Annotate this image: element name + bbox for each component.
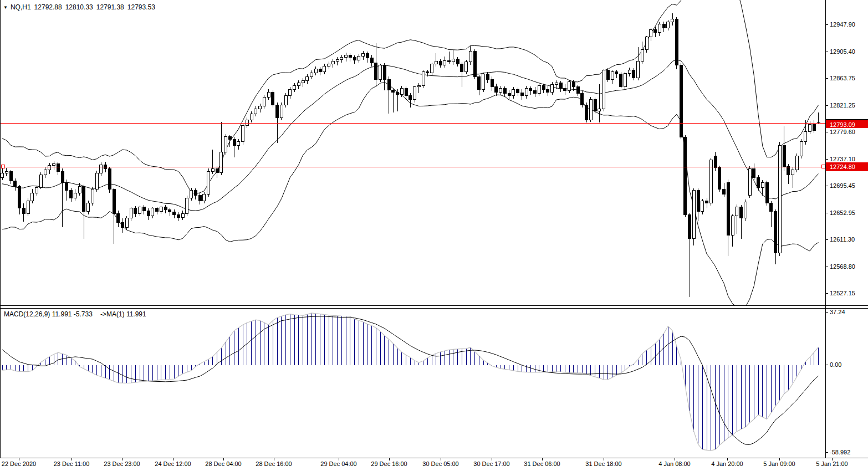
candle — [383, 65, 386, 79]
candle — [267, 92, 270, 97]
candle — [709, 160, 712, 203]
candle — [349, 55, 351, 58]
candle — [748, 168, 751, 195]
candle — [405, 88, 407, 96]
price-level-badge[interactable]: 12724.80 — [826, 162, 868, 171]
candle — [18, 187, 21, 208]
macd-panel-series — [2, 313, 819, 450]
candle — [478, 76, 481, 89]
candle — [778, 146, 781, 253]
candle — [529, 88, 532, 91]
candle — [224, 137, 227, 152]
time-tick-label: 31 Dec 18:00 — [585, 460, 621, 467]
candle — [603, 70, 605, 109]
candle — [615, 71, 618, 74]
candle — [456, 59, 459, 64]
candle — [744, 202, 747, 218]
candle — [130, 208, 132, 218]
candle — [650, 29, 652, 37]
candle — [800, 142, 803, 156]
candle — [706, 201, 708, 203]
candle — [396, 92, 399, 95]
candle — [173, 212, 176, 215]
candle — [813, 125, 815, 130]
chart-canvas[interactable] — [0, 0, 868, 471]
candle-series — [1, 13, 820, 297]
candle — [795, 156, 798, 170]
candle — [358, 57, 360, 60]
price-tick-label: 12821.25 — [830, 101, 855, 109]
candle — [555, 83, 558, 84]
candle — [482, 74, 485, 90]
candle — [491, 79, 493, 87]
candle — [242, 125, 244, 142]
candle — [194, 191, 197, 196]
candle — [585, 105, 588, 120]
price-tick-label: 12947.90 — [830, 21, 855, 28]
time-tick-label: 28 Dec 16:00 — [256, 460, 292, 467]
candle — [409, 96, 412, 100]
candle — [439, 62, 442, 65]
candle — [263, 97, 265, 106]
time-tick-label: 29 Dec 04:00 — [320, 460, 356, 467]
candle — [276, 105, 279, 117]
time-tick-label: 31 Dec 06:00 — [524, 460, 560, 467]
candle — [14, 181, 17, 186]
candle — [740, 207, 743, 218]
macd-tick-label: -58.992 — [830, 448, 850, 456]
time-tick-label: 5 Jan 09:00 — [763, 460, 795, 467]
candle — [517, 89, 519, 93]
candle — [654, 29, 657, 33]
close-value: 12793.53 — [127, 3, 155, 11]
horizontal-line-handle[interactable] — [1, 165, 5, 168]
symbol-period-label: NQ,H1 — [11, 3, 31, 11]
candle — [435, 62, 437, 64]
time-tick-label: 4 Jan 08:00 — [658, 460, 691, 467]
candle — [169, 209, 171, 212]
candle — [667, 22, 670, 28]
candle — [250, 114, 253, 120]
candle — [44, 170, 47, 175]
candle — [340, 58, 343, 59]
bollinger-middle-band — [2, 60, 819, 211]
horizontal-line-handle[interactable] — [821, 165, 825, 168]
candle — [503, 88, 506, 93]
symbol-dropdown-icon[interactable]: ▼ — [3, 5, 8, 10]
candle — [147, 211, 150, 216]
candle — [757, 178, 760, 188]
price-tick-label: 12652.95 — [830, 209, 855, 217]
candle — [65, 183, 68, 191]
candle — [692, 191, 695, 238]
macd-signal-line — [2, 316, 819, 445]
candle — [35, 188, 38, 193]
candle — [662, 24, 665, 28]
candle — [121, 222, 124, 227]
candle — [551, 84, 554, 92]
price-level-badge[interactable]: 12793.09 — [826, 119, 868, 128]
candle — [216, 168, 218, 172]
candle — [508, 93, 510, 96]
price-tick-label: 12863.75 — [830, 74, 855, 82]
candle — [761, 183, 764, 188]
candle — [714, 156, 717, 167]
candle — [809, 125, 811, 132]
candle — [671, 19, 674, 22]
candle — [319, 69, 321, 72]
candle — [736, 207, 738, 216]
time-tick-label: 30 Dec 05:00 — [422, 460, 458, 467]
candle — [27, 201, 29, 213]
candle — [770, 203, 773, 212]
candle — [641, 50, 644, 62]
candle — [413, 87, 416, 100]
candle — [53, 163, 55, 165]
panel-frame — [0, 0, 868, 460]
candle — [684, 137, 687, 214]
candle — [345, 55, 348, 58]
candle — [306, 76, 309, 80]
candle — [787, 167, 790, 175]
macd-tick-label: 37.24 — [830, 308, 845, 316]
candle — [95, 173, 98, 189]
candle — [680, 65, 682, 137]
candle — [108, 168, 111, 189]
candle — [151, 208, 154, 216]
